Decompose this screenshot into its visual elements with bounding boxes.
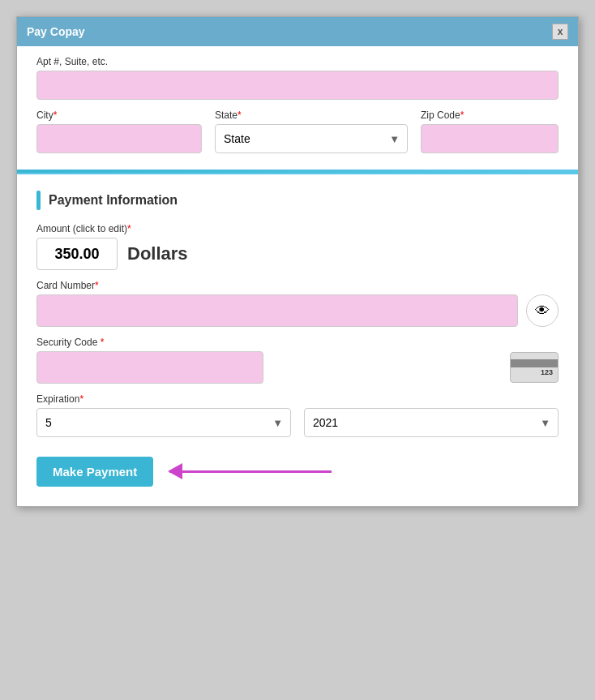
arrow-line [169, 470, 332, 473]
card-number-row: 👁 [36, 294, 559, 327]
state-select-wrapper: State ALAKAZCA COFLGANY TX ▼ [215, 124, 408, 153]
expiration-field-group: Expiration* 1 2 3 4 5 6 7 [36, 393, 559, 437]
expiry-year-wrapper: 2019 2020 2021 2022 2023 2024 2025 ▼ [304, 408, 559, 437]
zip-input[interactable] [421, 124, 559, 153]
city-field-group: City* [36, 100, 202, 153]
cvv-card: 123 [510, 352, 559, 383]
expiry-month-wrapper: 1 2 3 4 5 6 7 8 9 10 11 [36, 408, 291, 437]
amount-label: Amount (click to edit)* [36, 223, 559, 234]
state-label: State* [215, 110, 408, 121]
amount-input[interactable] [36, 238, 118, 270]
arrow-head-icon [168, 463, 182, 479]
state-select[interactable]: State ALAKAZCA COFLGANY TX [215, 124, 408, 153]
eye-icon: 👁 [535, 303, 550, 320]
apt-input[interactable] [36, 71, 559, 100]
make-payment-button[interactable]: Make Payment [36, 457, 153, 487]
card-input-wrapper [36, 294, 518, 327]
cvv-card-icon: 123 [510, 352, 559, 383]
cvv-stripe [511, 359, 558, 367]
blue-bar-icon [36, 191, 41, 210]
apt-label: Apt #, Suite, etc. [36, 56, 559, 67]
expiry-year-select[interactable]: 2019 2020 2021 2022 2023 2024 2025 [304, 408, 559, 437]
amount-row: Dollars [36, 238, 559, 270]
payment-section-title: Payment Information [49, 193, 178, 208]
card-number-input[interactable] [36, 294, 518, 327]
amount-field-group: Amount (click to edit)* Dollars [36, 223, 559, 270]
make-payment-row: Make Payment [36, 457, 559, 487]
apt-field-group: Apt #, Suite, etc. [36, 56, 559, 100]
modal-title: Pay Copay [27, 25, 85, 38]
expiry-year-col: 2019 2020 2021 2022 2023 2024 2025 ▼ [304, 408, 559, 437]
zip-label: Zip Code* [421, 110, 559, 121]
city-state-zip-row: City* State* State ALAKAZCA COFLGANY TX [36, 100, 559, 153]
expiry-row: 1 2 3 4 5 6 7 8 9 10 11 [36, 408, 559, 437]
state-field-group: State* State ALAKAZCA COFLGANY TX ▼ [215, 100, 408, 153]
expiry-month-select[interactable]: 1 2 3 4 5 6 7 8 9 10 11 [36, 408, 291, 437]
payment-section: Payment Information Amount (click to edi… [17, 174, 578, 506]
zip-field-group: Zip Code* [421, 100, 559, 153]
security-code-input[interactable] [36, 351, 263, 384]
card-number-field-group: Card Number* 👁 [36, 280, 559, 327]
toggle-visibility-button[interactable]: 👁 [526, 294, 559, 327]
security-code-row: 123 [36, 351, 559, 384]
security-input-wrap [36, 351, 500, 384]
security-code-label: Security Code * [36, 337, 559, 348]
city-input[interactable] [36, 124, 202, 153]
expiry-month-col: 1 2 3 4 5 6 7 8 9 10 11 [36, 408, 291, 437]
cvv-number: 123 [541, 368, 553, 376]
security-code-field-group: Security Code * 123 [36, 337, 559, 384]
dollars-label: Dollars [127, 243, 188, 264]
close-button[interactable]: x [552, 24, 568, 40]
pay-copay-modal: Pay Copay x Apt #, Suite, etc. City* [16, 16, 579, 507]
payment-header: Payment Information [36, 191, 559, 210]
city-label: City* [36, 110, 202, 121]
address-section: Apt #, Suite, etc. City* State* [17, 56, 578, 170]
expiration-label: Expiration* [36, 393, 559, 405]
arrow-indicator [169, 470, 332, 473]
modal-title-bar: Pay Copay x [17, 17, 578, 46]
modal-body: Apt #, Suite, etc. City* State* [17, 46, 578, 506]
card-number-label: Card Number* [36, 280, 559, 291]
